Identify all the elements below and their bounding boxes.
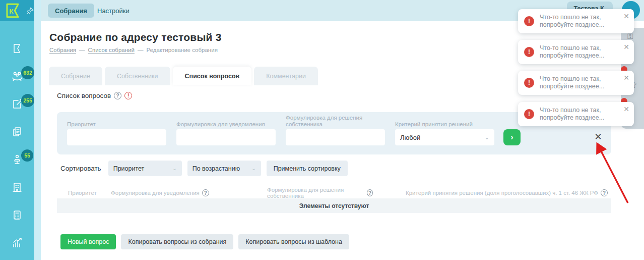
notification-label: Формулировка для уведомления	[176, 121, 265, 128]
col-priority: Приоритет	[68, 190, 97, 196]
toast-close-button[interactable]: ✕	[623, 106, 629, 113]
copy-questions-from-meeting-button[interactable]: Копировать вопросы из собрания	[121, 234, 233, 249]
error-toast: ! Что-то пошло не так, попробуйте поздне…	[518, 71, 634, 95]
owner-decision-label: Формулировка для решения собственника	[286, 115, 366, 128]
chevron-down-icon: ⌄	[485, 134, 489, 141]
new-question-button[interactable]: Новый вопрос	[60, 234, 116, 249]
bookmark-icon	[11, 42, 23, 55]
sort-direction-select[interactable]: По возрастанию ⌄	[187, 161, 261, 176]
breadcrumb: Собрания—Список собраний—Редактирование …	[49, 47, 218, 53]
sidebar-item-analytics[interactable]	[6, 234, 28, 252]
calculator-icon	[11, 209, 23, 221]
sidebar-item-people[interactable]: 632	[6, 67, 28, 85]
breadcrumb-current: Редактирование собрания	[146, 47, 217, 53]
error-icon: !	[524, 109, 534, 119]
breadcrumb-link-meetings[interactable]: Собрания	[49, 47, 76, 53]
error-icon: !	[524, 16, 534, 26]
error-toast: ! Что-то пошло не так, попробуйте поздне…	[518, 9, 634, 33]
sort-controls: Сортировать Приоритет ⌄ По возрастанию ⌄…	[60, 161, 348, 176]
section-heading: Список вопросов ? !	[57, 92, 132, 99]
breadcrumb-link-meeting-list[interactable]: Список собраний	[88, 47, 135, 53]
questions-table-header: Приоритет Формулировка для уведомления? …	[57, 187, 611, 199]
tab-question-list[interactable]: Список вопросов	[173, 67, 252, 85]
sort-label: Сортировать	[60, 165, 101, 172]
meeting-tabs: Собрание Собственники Список вопросов Ко…	[49, 67, 318, 85]
help-icon[interactable]: ?	[367, 189, 373, 196]
sidebar-item-calculator[interactable]	[6, 206, 28, 224]
empty-state: Элементы отсутствуют	[57, 198, 611, 213]
col-criterion: Критерий принятия решения (доля проголос…	[406, 190, 598, 196]
bottom-actions: Новый вопрос Копировать вопросы из собра…	[60, 234, 349, 249]
sidebar-edge-strip	[34, 0, 41, 260]
pin-sidebar-icon[interactable]	[26, 7, 34, 15]
col-notification: Формулировка для уведомления	[111, 190, 200, 196]
sidebar-item-lectern[interactable]: 55	[6, 150, 28, 169]
tab-meeting[interactable]: Собрание	[49, 67, 102, 85]
app-window: К 632 255 55	[0, 0, 644, 260]
nav-tab-settings[interactable]: Настройки	[97, 4, 130, 18]
tab-owners[interactable]: Собственники	[105, 67, 170, 85]
notification-input[interactable]	[176, 129, 276, 145]
help-icon[interactable]: ?	[114, 92, 121, 99]
logo-block: К	[0, 0, 34, 21]
sidebar-badge: 255	[21, 94, 34, 107]
help-icon[interactable]: ?	[202, 189, 209, 196]
alert-icon: !	[124, 92, 132, 99]
form-close-button[interactable]: ✕	[593, 131, 604, 142]
chevron-down-icon: ⌄	[251, 166, 255, 171]
col-owner-decision: Формулировка для решения собственника	[267, 187, 364, 199]
sidebar: К 632 255 55	[0, 0, 34, 260]
sidebar-item-edit[interactable]: 255	[6, 95, 28, 113]
owner-decision-input[interactable]	[286, 129, 385, 145]
chart-growth-icon	[11, 237, 23, 249]
criterion-select[interactable]: Любой ⌄	[395, 129, 494, 145]
tab-comments[interactable]: Комментарии	[254, 67, 318, 85]
svg-text:К: К	[9, 8, 14, 15]
nav-tab-meetings[interactable]: Собрания	[48, 4, 94, 18]
toast-message: Что-то пошло не так, попробуйте позднее.…	[540, 14, 616, 29]
sidebar-badge: 632	[21, 66, 34, 79]
error-icon: !	[524, 47, 534, 57]
toast-message: Что-то пошло не так, попробуйте позднее.…	[540, 75, 616, 90]
copy-questions-from-template-button[interactable]: Копировать вопросы из шаблона	[238, 234, 349, 249]
sidebar-item-documents[interactable]	[6, 123, 28, 141]
toast-close-button[interactable]: ✕	[623, 13, 629, 20]
sidebar-item-building[interactable]	[6, 178, 28, 196]
toast-close-button[interactable]: ✕	[623, 43, 629, 50]
error-toast: ! Что-то пошло не так, попробуйте поздне…	[518, 40, 634, 64]
app-logo-icon[interactable]: К	[4, 2, 22, 19]
page-title: Собрание по адресу тестовый 3	[49, 31, 222, 43]
chevron-down-icon: ⌄	[172, 166, 176, 171]
criterion-label: Критерий принятия решений	[395, 121, 473, 128]
priority-label: Приоритет	[67, 121, 96, 128]
documents-icon	[11, 126, 23, 138]
apply-sort-button[interactable]: Применить сортировку	[267, 161, 348, 176]
help-icon[interactable]: ?	[601, 189, 608, 196]
error-icon: !	[524, 78, 534, 88]
add-question-submit-button[interactable]: ›	[503, 129, 521, 145]
toast-close-button[interactable]: ✕	[623, 74, 629, 81]
sidebar-item-bookmark[interactable]	[6, 39, 28, 58]
error-toast: ! Что-то пошло не так, попробуйте поздне…	[518, 102, 634, 126]
priority-input[interactable]	[67, 129, 166, 145]
sort-field-select[interactable]: Приоритет ⌄	[108, 161, 182, 176]
toast-message: Что-то пошло не так, попробуйте позднее.…	[540, 107, 616, 122]
toast-message: Что-то пошло не так, попробуйте позднее.…	[540, 44, 616, 60]
sidebar-badge: 55	[21, 149, 33, 162]
building-icon	[11, 181, 23, 193]
sidebar-menu: 632 255 55	[0, 39, 34, 260]
